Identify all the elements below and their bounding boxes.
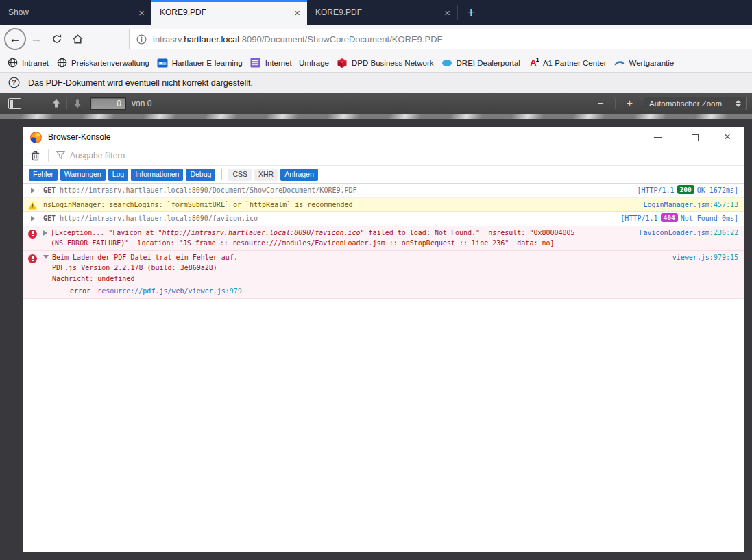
- bookmark-dpd-business-network[interactable]: DPD Business Network: [337, 58, 434, 69]
- home-button[interactable]: [67, 34, 88, 45]
- forward-button[interactable]: →: [26, 32, 47, 46]
- bookmark-drei-dealerportal[interactable]: DREI Dealerportal: [441, 58, 520, 69]
- source-line: 457:13: [714, 201, 738, 208]
- tab-close-icon[interactable]: ×: [294, 7, 300, 19]
- console-row-error-favicon-exception[interactable]: [Exception... "Favicon at "http://intras…: [23, 226, 744, 251]
- navigation-toolbar: ← → intrasrv.hartlauer.local:8090/Docume…: [0, 25, 752, 53]
- minimize-button[interactable]: [640, 131, 677, 143]
- console-row-network-get-kore9[interactable]: GEThttp://intrasrv.hartlauer.local:8090/…: [23, 184, 744, 198]
- previous-page-button[interactable]: [50, 97, 62, 110]
- source-location-link[interactable]: viewer.js:979:15: [672, 252, 738, 263]
- filter-output-input[interactable]: Ausgabe filtern: [70, 151, 125, 160]
- expand-arrow-icon[interactable]: [43, 230, 47, 236]
- filter-requests-button[interactable]: Anfragen: [280, 169, 318, 181]
- bookmark-label: Wertgarantie: [629, 59, 675, 67]
- page-count-label: von 0: [132, 99, 151, 108]
- http-status[interactable]: [HTTP/1.1404Not Found 0ms]: [620, 213, 738, 224]
- zoom-in-button[interactable]: +: [620, 97, 640, 110]
- home-icon: [72, 34, 84, 45]
- bookmark-preiskartenverwaltung[interactable]: Preiskartenverwaltung: [56, 58, 149, 69]
- url-bar[interactable]: intrasrv.hartlauer.local:8090/Document/S…: [129, 29, 752, 49]
- globe-icon: [7, 58, 18, 69]
- tab-close-icon[interactable]: ×: [444, 7, 450, 19]
- bookmark-hartlauer-elearning[interactable]: Hartlauer E-learning: [157, 58, 243, 69]
- source-location-link[interactable]: LoginManager.jsm:457:13: [644, 199, 738, 210]
- close-button[interactable]: ×: [714, 130, 741, 144]
- filter-css-button[interactable]: CSS: [228, 169, 252, 181]
- console-title-bar[interactable]: Browser-Konsole ×: [23, 127, 744, 145]
- tab-close-icon[interactable]: ×: [138, 7, 145, 19]
- forward-arrow-icon: →: [31, 32, 43, 45]
- filter-xhr-button[interactable]: XHR: [254, 169, 278, 181]
- zoom-select[interactable]: Automatischer Zoom: [644, 97, 747, 110]
- help-question-icon: ?: [8, 77, 20, 88]
- zoom-out-button[interactable]: −: [590, 97, 610, 110]
- filter-debug-button[interactable]: Debug: [186, 169, 215, 181]
- console-row-warning-loginmanager[interactable]: nsLoginManager: searchLogins: `formSubmi…: [23, 198, 744, 212]
- dpd-cube-icon: [337, 58, 348, 69]
- new-tab-button[interactable]: +: [458, 0, 484, 25]
- pdf-viewer-toolbar: 0 von 0 − + Automatischer Zoom: [0, 93, 752, 114]
- status-code-badge: 404: [661, 213, 678, 222]
- console-messages: GEThttp://intrasrv.hartlauer.local:8090/…: [23, 184, 744, 552]
- expand-arrow-icon[interactable]: [31, 216, 35, 221]
- stack-line: 979: [230, 287, 242, 295]
- filter-info-button[interactable]: Informationen: [131, 169, 183, 181]
- source-location-link[interactable]: FaviconLoader.jsm:236:22: [640, 228, 739, 239]
- reload-button[interactable]: [47, 34, 67, 45]
- console-row-network-get-favicon[interactable]: GEThttp://intrasrv.hartlauer.local:8090/…: [23, 212, 744, 226]
- site-info-icon[interactable]: [136, 34, 147, 45]
- arrow-down-icon: [71, 97, 84, 110]
- console-filter-bar: Fehler Warnungen Log Informationen Debug…: [23, 166, 744, 184]
- url-path: :8090/Document/ShowCoreDocument/KORE9.PD…: [239, 34, 442, 45]
- minimize-icon: [654, 137, 662, 138]
- next-page-button[interactable]: [71, 97, 84, 110]
- bookmark-wertgarantie[interactable]: Wertgarantie: [614, 58, 675, 69]
- expand-arrow-icon[interactable]: [31, 188, 35, 193]
- a1-icon-1: 1: [536, 56, 539, 63]
- source-line: 979:15: [714, 254, 738, 261]
- bookmark-label: DREI Dealerportal: [457, 59, 520, 67]
- bookmark-label: Intranet: [22, 59, 49, 67]
- toggle-sidebar-button[interactable]: [8, 98, 21, 109]
- tab-show[interactable]: Show ×: [0, 0, 151, 25]
- http-method: GET: [43, 186, 56, 194]
- error-icon: [28, 254, 37, 263]
- collapse-arrow-icon[interactable]: [43, 255, 49, 259]
- globe-icon: [56, 58, 67, 69]
- status-code-badge: 200: [677, 185, 694, 194]
- http-method: GET: [43, 215, 56, 222]
- source-file: FaviconLoader.jsm:: [640, 229, 714, 236]
- back-button[interactable]: ←: [4, 28, 26, 50]
- console-row-error-pdf-load[interactable]: Beim Laden der PDF-Datei trat ein Fehler…: [23, 251, 744, 299]
- filter-errors-button[interactable]: Fehler: [29, 169, 58, 181]
- svg-text:?: ?: [12, 78, 16, 86]
- maximize-button[interactable]: [677, 131, 714, 143]
- bookmark-label: A1 Partner Center: [543, 59, 607, 67]
- error-message: [Exception... "Favicon at "http://intras…: [51, 228, 633, 249]
- tab-kore9-active[interactable]: KORE9.PDF ×: [151, 0, 307, 25]
- filter-warnings-button[interactable]: Warnungen: [60, 169, 106, 181]
- status-text: Not Found 0ms]: [681, 215, 738, 222]
- bookmark-label: Hartlauer E-learning: [172, 59, 243, 67]
- stack-trace: errorresource://pdf.js/web/viewer.js:979: [52, 286, 666, 297]
- clear-console-button[interactable]: [30, 150, 40, 161]
- bookmark-label: DPD Business Network: [352, 59, 434, 67]
- http-status[interactable]: [HTTP/1.1200OK 1672ms]: [637, 185, 738, 196]
- stack-file-link[interactable]: resource://pdf.js/web/viewer.js:: [97, 287, 230, 295]
- source-file: viewer.js:: [672, 254, 714, 261]
- bookmark-intranet[interactable]: Intranet: [7, 58, 49, 69]
- tab-kore9-2[interactable]: KORE9.PDF ×: [307, 0, 457, 25]
- firefox-window: Show × KORE9.PDF × KORE9.PDF × + ← → int…: [0, 0, 752, 560]
- internet-umfrage-icon: [250, 58, 261, 69]
- filter-log-button[interactable]: Log: [108, 169, 129, 181]
- browser-console-window: Browser-Konsole × Ausgabe filtern Fehler…: [23, 127, 744, 552]
- reload-icon: [51, 34, 62, 45]
- bookmark-a1-partner-center[interactable]: A1 A1 Partner Center: [528, 58, 607, 69]
- arrow-up-icon: [50, 97, 62, 110]
- bookmark-internet-umfrage[interactable]: Internet - Umfrage: [250, 58, 329, 69]
- notification-text: Das PDF-Dokument wird eventuell nicht ko…: [28, 78, 253, 88]
- page-number-input[interactable]: 0: [90, 97, 126, 110]
- bookmark-label: Preiskartenverwaltung: [71, 59, 149, 67]
- pdf-content-area: Browser-Konsole × Ausgabe filtern Fehler…: [0, 119, 752, 560]
